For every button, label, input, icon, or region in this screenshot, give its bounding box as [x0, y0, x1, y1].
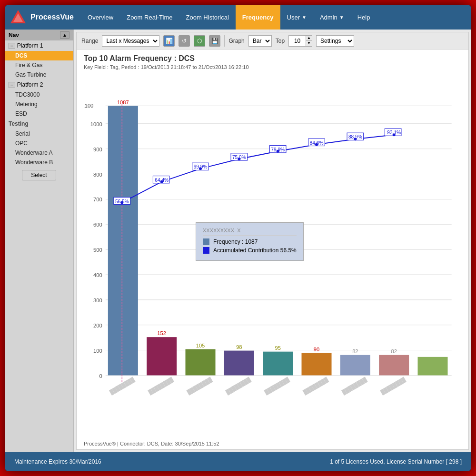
sidebar-item-wonderware-b[interactable]: Wonderware B [5, 158, 73, 167]
logo-area: ProcessVue [10, 9, 74, 26]
svg-text:900: 900 [93, 147, 102, 152]
tooltip-accumulated-text: Accumulated Contribution 56.5% [213, 247, 297, 254]
admin-dropdown-arrow: ▼ [339, 15, 344, 20]
pareto-line [122, 135, 394, 202]
save-icon[interactable]: 💾 [209, 35, 220, 47]
svg-point-38 [160, 180, 163, 183]
nav-zoom-historical[interactable]: Zoom Historical [179, 5, 236, 30]
svg-text:90: 90 [314, 347, 319, 352]
svg-text:600: 600 [93, 222, 102, 228]
tooltip-accumulated-color [203, 247, 209, 254]
user-dropdown-arrow: ▼ [302, 15, 307, 20]
navbar: ProcessVue Overview Zoom Real-Time Zoom … [5, 5, 471, 30]
svg-text:700: 700 [93, 197, 102, 202]
svg-text:████████: ████████ [186, 376, 214, 396]
bar-5[interactable] [263, 352, 293, 376]
svg-text:800: 800 [93, 172, 102, 178]
svg-point-41 [199, 167, 202, 170]
app-name: ProcessVue [30, 13, 74, 21]
svg-text:300: 300 [93, 298, 102, 303]
svg-point-50 [315, 143, 318, 146]
sidebar-item-esd[interactable]: ESD [5, 109, 73, 119]
graph-label: Graph [228, 38, 244, 44]
nav-help[interactable]: Help [351, 5, 377, 30]
svg-text:152: 152 [157, 330, 166, 336]
svg-text:1000: 1000 [90, 121, 102, 127]
bar-8[interactable] [379, 355, 409, 376]
platform2-header[interactable]: − Platform 2 [5, 79, 73, 90]
top-label: Top [276, 38, 285, 44]
nav-admin[interactable]: Admin ▼ [313, 5, 351, 30]
bar-9[interactable] [418, 357, 448, 376]
platform2-toggle[interactable]: − [9, 82, 15, 88]
tooltip-tag: XXXXXXXXX_X [203, 228, 297, 236]
sidebar-item-dcs[interactable]: DCS [5, 51, 73, 60]
svg-text:98: 98 [236, 344, 242, 350]
svg-text:████████: ████████ [109, 376, 136, 396]
svg-point-47 [277, 150, 279, 153]
sidebar-item-gas-turbine[interactable]: Gas Turbine [5, 70, 73, 79]
sidebar-item-wonderware-a[interactable]: Wonderware A [5, 148, 73, 158]
footer-bar: Maintenance Expires 30/Mar/2016 1 of 5 L… [5, 452, 471, 471]
bar-2[interactable] [147, 337, 177, 375]
svg-text:105: 105 [196, 343, 205, 348]
svg-point-53 [354, 138, 357, 140]
top-spinner[interactable]: 10 ▲ ▼ [288, 35, 312, 47]
sidebar-collapse-button[interactable]: ▲ [60, 31, 69, 39]
sidebar-item-serial[interactable]: Serial [5, 129, 73, 139]
nav-overview[interactable]: Overview [81, 5, 120, 30]
svg-text:████████: ████████ [225, 376, 252, 396]
top-spinner-arrows: ▲ ▼ [306, 36, 312, 46]
export-icon[interactable]: ⬡ [194, 35, 205, 47]
svg-text:████████: ████████ [264, 376, 291, 396]
chart-svg-container: 0 100 200 300 400 500 600 700 800 900 10… [84, 75, 461, 439]
svg-point-44 [238, 158, 240, 160]
svg-text:500: 500 [93, 247, 102, 253]
svg-text:100: 100 [93, 348, 102, 354]
chart-subtitle: Key Field : Tag, Period : 19/Oct/2013 21… [84, 64, 461, 70]
app-frame: ProcessVue Overview Zoom Real-Time Zoom … [5, 5, 471, 471]
nav-user[interactable]: User ▼ [280, 5, 313, 30]
tooltip-frequency-row: Frequency : 1087 [203, 238, 297, 245]
bar-3[interactable] [186, 349, 216, 376]
nav-zoom-realtime[interactable]: Zoom Real-Time [120, 5, 179, 30]
top-value-input[interactable]: 10 [289, 36, 306, 46]
select-button[interactable]: Select [22, 170, 56, 180]
sidebar-item-opc[interactable]: OPC [5, 139, 73, 148]
chart-area: Top 10 Alarm Frequency : DCS Key Field :… [77, 50, 468, 449]
chart-footer: ProcessVue® | Connector: DCS, Date: 30/S… [84, 439, 461, 448]
range-select[interactable]: Last x Messages [102, 35, 159, 47]
toolbar: Range Last x Messages 📊 ↺ ⬡ 💾 Graph Bar … [77, 32, 468, 50]
sidebar-item-tdc3000[interactable]: TDC3000 [5, 90, 73, 99]
svg-point-56 [393, 133, 396, 136]
range-label: Range [81, 38, 98, 44]
platform1-header[interactable]: − Platform 1 [5, 40, 73, 51]
footer-right: 1 of 5 Licenses Used, License Serial Num… [330, 458, 462, 465]
settings-select[interactable]: Settings [316, 35, 354, 47]
refresh-icon[interactable]: ↺ [178, 35, 190, 47]
platform1-toggle[interactable]: − [9, 43, 15, 49]
graph-select[interactable]: Bar [248, 35, 272, 47]
bar-1[interactable] [108, 106, 138, 375]
tooltip-accumulated-row: Accumulated Contribution 56.5% [203, 247, 297, 254]
tooltip-frequency-color [203, 238, 209, 245]
toolbar-separator [224, 35, 225, 47]
footer-left: Maintenance Expires 30/Mar/2016 [14, 458, 101, 465]
top-spinner-down[interactable]: ▼ [306, 41, 312, 46]
svg-text:82: 82 [391, 348, 397, 354]
pareto-point-1 [120, 201, 123, 204]
tooltip-frequency-text: Frequency : 1087 [213, 238, 258, 245]
bar-4[interactable] [224, 351, 254, 376]
bar-7[interactable] [340, 355, 370, 376]
sidebar-item-metering[interactable]: Metering [5, 99, 73, 109]
svg-text:████████: ████████ [302, 376, 330, 396]
chart-icon[interactable]: 📊 [163, 35, 175, 47]
testing-header: Testing [5, 119, 73, 129]
bar-6[interactable] [302, 353, 332, 376]
svg-text:1087: 1087 [117, 99, 129, 105]
svg-text:95: 95 [275, 345, 280, 351]
sidebar-item-fire-gas[interactable]: Fire & Gas [5, 60, 73, 70]
logo-icon [10, 9, 27, 26]
top-spinner-up[interactable]: ▲ [306, 36, 312, 41]
nav-frequency[interactable]: Frequency [236, 5, 280, 30]
